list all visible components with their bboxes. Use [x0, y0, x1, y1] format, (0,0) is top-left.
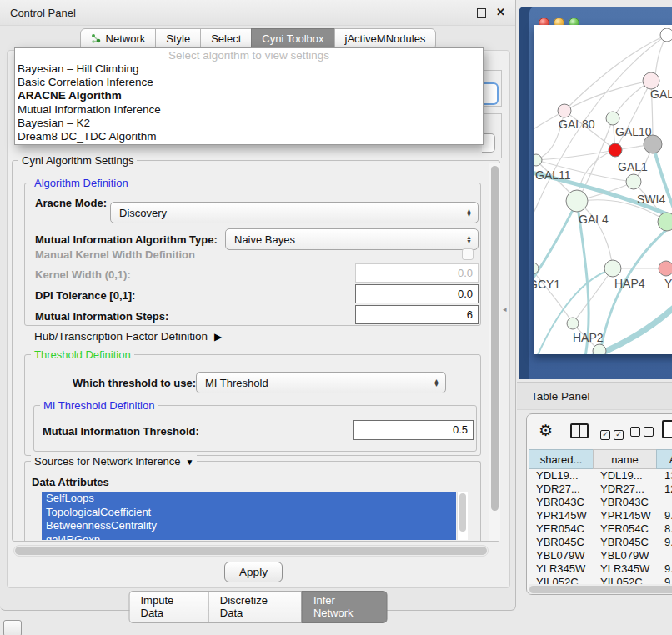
select-all-rows-icon[interactable]: ✓✓ [600, 427, 627, 440]
aracne-mode-select[interactable]: Discovery ▲▼ [110, 202, 479, 223]
mi-algorithm-type-label: Mutual Information Algorithm Type: [35, 233, 218, 246]
algorithm-dropdown-popup: Select algorithm to view settings Bayesi… [14, 48, 484, 145]
control-panel-titlebar: Control Panel ✕ [0, 0, 515, 26]
cell-value: 12 [657, 482, 672, 496]
manual-kernel-width-label: Manual Kernel Width Definition [35, 248, 195, 261]
dpi-tolerance-label: DPI Tolerance [0,1]: [35, 289, 135, 302]
deselect-all-rows-icon[interactable] [630, 427, 657, 439]
column-header[interactable]: shared... [529, 449, 594, 469]
algorithm-option[interactable]: Dream8 DC_TDC Algorithm [15, 130, 483, 143]
minimized-panel-icon[interactable] [3, 620, 22, 635]
algorithm-option[interactable]: Bayesian – K2 [15, 117, 483, 130]
cell-value [657, 496, 664, 509]
node-label: GAL4 [579, 212, 609, 226]
network-node[interactable] [593, 344, 606, 354]
attribute-list-item[interactable]: SelfLoops [42, 492, 456, 506]
algorithm-option[interactable]: Mutual Information Inference [15, 103, 483, 117]
network-node-gal[interactable] [643, 72, 659, 89]
network-view-window: GAL80GALGAL10GAL1GAL11SWI4GAL4GCY1HAP4YH… [519, 7, 672, 379]
network-node-gal11[interactable] [534, 154, 542, 166]
algorithm-definition-group: Algorithm Definition Aracne Mode: Discov… [24, 182, 481, 326]
cell-name: YLR345W [593, 562, 657, 576]
table-panel-titlebar: Table Panel [517, 382, 672, 410]
apply-button[interactable]: Apply [224, 562, 283, 582]
mi-threshold-field[interactable]: 0.5 [353, 420, 474, 440]
table-row[interactable]: YDR27...YDR27...12 [529, 482, 672, 496]
attribute-list-item[interactable]: BetweennessCentrality [42, 519, 456, 533]
table-row[interactable]: YER054CYER054C8. [529, 522, 672, 536]
stepper-arrows-icon: ▲▼ [466, 235, 472, 244]
which-threshold-select[interactable]: MI Threshold ▲▼ [196, 372, 446, 393]
dpi-tolerance-field[interactable]: 0.0 [355, 284, 479, 303]
network-node-gal80[interactable] [558, 104, 571, 118]
network-canvas[interactable]: GAL80GALGAL10GAL1GAL11SWI4GAL4GCY1HAP4YH… [534, 25, 672, 354]
cell-value: 13 [657, 469, 672, 482]
attributes-scrollbar-thumb[interactable] [459, 493, 466, 532]
table-row[interactable]: YPR145WYPR145W9. [529, 509, 672, 522]
sources-group-title[interactable]: Sources for Network Inference▼ [31, 455, 197, 468]
network-node-gal4[interactable] [566, 190, 588, 212]
tab-label: Network [106, 32, 146, 45]
algorithm-definition-title: Algorithm Definition [31, 177, 132, 189]
algorithm-option[interactable]: Bayesian – Hill Climbing [15, 62, 483, 76]
float-panel-icon[interactable] [477, 8, 486, 18]
node-label: HAP4 [614, 277, 645, 290]
hub-section-label: Hub/Transcription Factor Definition [34, 330, 208, 342]
tab-discretize-data[interactable]: Discretize Data [208, 591, 303, 623]
cell-value: 9. [657, 509, 672, 522]
table-row[interactable]: YDL19...YDL19...13 [529, 469, 672, 482]
network-node-swi4[interactable] [658, 212, 672, 231]
network-node-gal10[interactable] [606, 112, 619, 125]
tab-impute-data[interactable]: Impute Data [129, 591, 209, 623]
table-settings-gear-icon[interactable]: ⚙ [539, 421, 553, 440]
aracne-mode-label: Aracne Mode: [35, 197, 107, 209]
table-row[interactable]: YBR043CYBR043C [529, 496, 672, 509]
algorithm-option[interactable]: Basic Correlation Inference [15, 76, 483, 89]
settings-scrollbar-thumb[interactable] [491, 166, 499, 511]
node-label: GAL [650, 88, 672, 101]
network-node[interactable] [644, 135, 662, 153]
network-node-y[interactable] [659, 261, 672, 276]
algorithm-option[interactable]: ARACNE Algorithm [15, 89, 483, 102]
cell-name: YBR045C [593, 536, 657, 549]
bottom-tab-bar: Impute DataDiscretize DataInfer Network [129, 591, 387, 623]
cell-name: YDL19... [593, 469, 657, 482]
threshold-definition-group: Threshold Definition Which threshold to … [24, 354, 481, 456]
hub-section-toggle[interactable]: Hub/Transcription Factor Definition▶ [34, 330, 222, 342]
attributes-list-scrollbar [457, 492, 468, 540]
settings-group-title: Cyni Algorithm Settings [18, 154, 137, 167]
table-toolbar: ⚙ ✓✓ [527, 414, 672, 449]
settings-hscrollbar-thumb[interactable] [15, 547, 487, 555]
table-row[interactable]: YBL079WYBL079W [529, 549, 672, 562]
column-header[interactable]: name [593, 449, 657, 469]
cell-shared-name: YLR345W [529, 562, 593, 576]
expand-arrow-icon: ▶ [214, 331, 222, 342]
mi-algorithm-type-select[interactable]: Naive Bayes ▲▼ [225, 228, 479, 250]
node-label: GAL80 [559, 118, 595, 131]
mi-algorithm-type-value: Naive Bayes [234, 233, 295, 246]
network-node[interactable] [609, 143, 622, 157]
attribute-list-item[interactable]: gal4RGexp [42, 533, 456, 541]
node-label: SWI4 [637, 192, 665, 206]
tab-infer-network[interactable]: Infer Network [302, 591, 388, 623]
mi-steps-field[interactable]: 6 [355, 305, 479, 324]
manual-kernel-width-checkbox [462, 248, 474, 260]
network-node-gal1[interactable] [626, 174, 641, 189]
table-row[interactable]: YLR345WYLR345W9. [529, 562, 672, 576]
column-header[interactable]: A [656, 449, 672, 469]
column-view-icon[interactable] [570, 423, 589, 438]
network-node-hap2[interactable] [567, 318, 579, 329]
hidden-focused-combo-fragment [483, 82, 499, 105]
close-panel-icon[interactable]: ✕ [496, 8, 505, 17]
network-node[interactable] [660, 28, 672, 42]
mi-threshold-group-title: MI Threshold Definition [40, 399, 158, 412]
network-node-hap4[interactable] [604, 260, 621, 277]
table-row[interactable]: YBR045CYBR045C9. [529, 536, 672, 549]
attribute-list-item[interactable]: TopologicalCoefficient [42, 506, 456, 520]
table-hscrollbar-thumb[interactable] [529, 586, 672, 593]
algorithm-popup-placeholder: Select algorithm to view settings [15, 48, 483, 62]
cell-value: 9. [657, 562, 672, 576]
export-table-icon[interactable] [662, 420, 672, 438]
control-panel-title: Control Panel [10, 7, 76, 19]
splitter-handle[interactable]: ◂ [503, 305, 507, 313]
